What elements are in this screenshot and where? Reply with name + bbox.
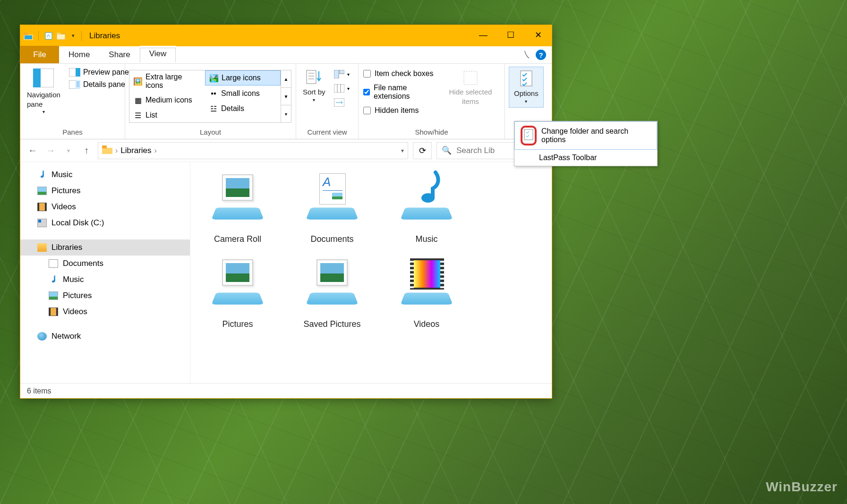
item-check-boxes-toggle[interactable]: Item check boxes xyxy=(362,68,437,80)
layout-extra-large[interactable]: 🖼️Extra large icons xyxy=(129,70,205,92)
lib-icon xyxy=(37,243,47,252)
group-label-show-hide: Show/hide xyxy=(362,126,501,138)
hidden-items-toggle[interactable]: Hidden items xyxy=(362,104,437,117)
tree-item-lib-videos[interactable]: Videos xyxy=(20,304,190,320)
libraries-icon xyxy=(102,145,112,156)
tree-item-pictures[interactable]: Pictures xyxy=(20,183,190,199)
tab-share[interactable]: Share xyxy=(99,46,139,63)
group-by-button[interactable]: ▾ xyxy=(331,68,352,80)
tree-item-network[interactable]: Network xyxy=(20,328,190,344)
address-bar[interactable]: › Libraries › ▾ xyxy=(98,142,408,159)
address-dropdown-icon[interactable]: ▾ xyxy=(401,147,404,154)
ribbon-tabs: File Home Share View ㇏ ? xyxy=(20,46,552,64)
back-button[interactable]: ← xyxy=(26,144,39,157)
details-pane-button[interactable]: Details pane xyxy=(66,79,132,90)
explorer-body: MusicPicturesVideosLocal Disk (C:)Librar… xyxy=(20,162,552,383)
small-icons-icon: ▪▪ xyxy=(209,89,218,98)
doc-icon xyxy=(49,259,58,268)
sort-by-button[interactable]: Sort by ▾ xyxy=(300,67,328,105)
layout-small[interactable]: ▪▪Small icons xyxy=(205,86,281,101)
new-folder-icon[interactable] xyxy=(56,31,66,41)
items-grid: Camera RollADocumentsMusicPicturesSaved … xyxy=(195,173,547,329)
library-item[interactable]: Music xyxy=(384,173,469,244)
collapse-ribbon-icon[interactable]: ㇏ xyxy=(522,49,531,60)
ribbon-group-layout: 🖼️Extra large icons ▦Medium icons ☰List … xyxy=(125,64,296,139)
forward-button[interactable]: → xyxy=(44,144,57,157)
preview-pane-button[interactable]: Preview pane xyxy=(66,67,132,78)
lastpass-toolbar[interactable]: LastPass Toolbar xyxy=(514,150,657,166)
options-button[interactable]: Options ▾ xyxy=(509,67,544,108)
ribbon-group-show-hide: Item check boxes File name extensions Hi… xyxy=(359,64,505,139)
file-extensions-toggle[interactable]: File name extensions xyxy=(362,82,437,103)
svg-rect-28 xyxy=(102,145,107,148)
music-icon xyxy=(37,171,47,179)
breadcrumb-libraries[interactable]: Libraries xyxy=(120,146,151,155)
group-label-current-view: Current view xyxy=(300,126,354,138)
navigation-tree[interactable]: MusicPicturesVideosLocal Disk (C:)Librar… xyxy=(20,162,190,383)
layout-gallery: 🖼️Extra large icons ▦Medium icons ☰List … xyxy=(129,70,291,123)
hide-selected-button[interactable]: Hide selected items xyxy=(440,67,501,108)
library-item-label: Camera Roll xyxy=(214,234,261,244)
svg-rect-15 xyxy=(307,70,316,84)
layout-details[interactable]: ☳Details xyxy=(205,102,281,116)
tree-item-label: Local Disk (C:) xyxy=(51,218,104,228)
library-item[interactable]: ADocuments xyxy=(290,173,375,244)
large-icons-icon: 🏞️ xyxy=(209,73,219,83)
add-columns-button[interactable]: ▾ xyxy=(331,83,352,94)
tree-item-lib-documents[interactable]: Documents xyxy=(20,256,190,272)
tree-item-label: Pictures xyxy=(63,291,92,300)
tree-item-lib-pictures[interactable]: Pictures xyxy=(20,288,190,304)
library-item[interactable]: Camera Roll xyxy=(195,173,280,244)
tab-home[interactable]: Home xyxy=(59,46,99,63)
close-button[interactable]: ✕ xyxy=(524,25,552,45)
content-area[interactable]: Camera RollADocumentsMusicPicturesSaved … xyxy=(190,162,552,383)
watermark: WinBuzzer xyxy=(766,479,838,495)
help-icon[interactable]: ? xyxy=(536,50,546,60)
chevron-down-icon: ▾ xyxy=(525,98,527,104)
svg-rect-3 xyxy=(45,33,52,39)
tree-item-music[interactable]: Music xyxy=(20,167,190,183)
qat-dropdown-icon[interactable]: ▾ xyxy=(68,31,78,41)
vid-icon xyxy=(37,203,47,211)
svg-rect-19 xyxy=(334,70,339,78)
tree-item-label: Music xyxy=(51,170,72,179)
chevron-down-icon: ▾ xyxy=(313,97,315,103)
library-item[interactable]: Saved Pictures xyxy=(290,258,375,329)
layout-list[interactable]: ☰List xyxy=(129,108,205,122)
properties-icon[interactable] xyxy=(43,31,54,41)
library-item-label: Documents xyxy=(310,234,353,244)
up-button[interactable]: ↑ xyxy=(80,144,93,157)
size-columns-button[interactable] xyxy=(331,97,352,108)
navigation-bar: ← → ▾ ↑ › Libraries › ▾ ⟳ 🔍 xyxy=(20,139,552,162)
layout-large[interactable]: 🏞️Large icons xyxy=(205,70,281,85)
svg-rect-7 xyxy=(33,68,41,87)
tree-item-videos[interactable]: Videos xyxy=(20,199,190,215)
layout-medium[interactable]: ▦Medium icons xyxy=(129,93,205,107)
history-dropdown[interactable]: ▾ xyxy=(62,144,75,157)
titlebar[interactable]: ▾ Libraries — ☐ ✕ xyxy=(20,25,552,46)
extra-large-icons-icon: 🖼️ xyxy=(133,77,143,86)
tab-view[interactable]: View xyxy=(140,46,176,63)
layout-expand[interactable]: ▾ xyxy=(281,105,291,122)
library-item[interactable]: Videos xyxy=(384,258,469,329)
tree-item-lib-music[interactable]: Music xyxy=(20,272,190,288)
refresh-button[interactable]: ⟳ xyxy=(413,142,432,159)
library-item-label: Pictures xyxy=(222,319,253,329)
tree-item-label: Music xyxy=(63,275,84,284)
change-folder-options[interactable]: Change folder and search options xyxy=(514,121,657,150)
navigation-pane-button[interactable]: Navigation pane ▾ xyxy=(24,67,63,117)
tree-item-label: Network xyxy=(51,332,81,341)
tab-file[interactable]: File xyxy=(20,46,59,63)
library-item-label: Saved Pictures xyxy=(303,319,360,329)
tree-item-libraries[interactable]: Libraries xyxy=(20,239,190,256)
layout-scroll-down[interactable]: ▼ xyxy=(281,88,291,105)
library-item[interactable]: Pictures xyxy=(195,258,280,329)
svg-rect-20 xyxy=(340,70,344,74)
options-dropdown: Change folder and search options LastPas… xyxy=(514,121,658,166)
list-icon: ☰ xyxy=(133,111,143,120)
minimize-button[interactable]: — xyxy=(470,25,497,45)
tree-item-localdisk[interactable]: Local Disk (C:) xyxy=(20,215,190,231)
library-item-label: Music xyxy=(415,234,437,244)
maximize-button[interactable]: ☐ xyxy=(497,25,524,45)
layout-scroll-up[interactable]: ▲ xyxy=(281,70,291,88)
